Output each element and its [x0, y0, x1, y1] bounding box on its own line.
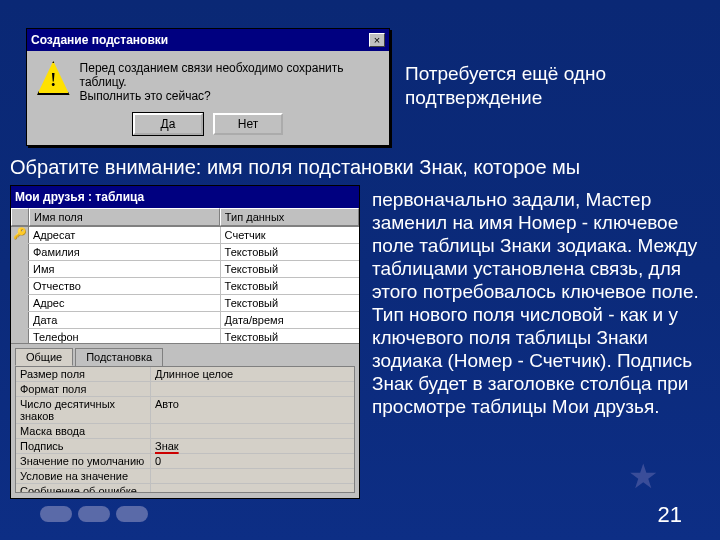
table-row[interactable]: ФамилияТекстовый [11, 244, 359, 261]
row-selector[interactable] [11, 312, 29, 328]
tablewin-title: Мои друзья : таблица [15, 188, 144, 206]
field-type[interactable]: Текстовый [221, 295, 359, 311]
row-selector[interactable] [11, 261, 29, 277]
property-row[interactable]: Размер поляДлинное целое [16, 367, 354, 382]
property-key: Маска ввода [16, 424, 151, 438]
field-type[interactable]: Счетчик [221, 227, 359, 243]
property-value[interactable] [151, 424, 354, 438]
row-selector[interactable] [11, 278, 29, 294]
grid-header: Имя поля Тип данных [11, 208, 359, 227]
dialog-body: Перед созданием связи необходимо сохрани… [27, 51, 389, 107]
field-name[interactable]: Дата [29, 312, 221, 328]
property-value[interactable]: Авто [151, 397, 354, 423]
dialog-message: Перед созданием связи необходимо сохрани… [80, 61, 379, 103]
property-grid: Размер поляДлинное целоеФормат поляЧисло… [15, 366, 355, 493]
dialog-title: Создание подстановки [31, 31, 168, 49]
dialog-message-line1: Перед созданием связи необходимо сохрани… [80, 61, 379, 89]
property-key: Сообщение об ошибке [16, 484, 151, 493]
dialog-titlebar: Создание подстановки × [27, 29, 389, 51]
table-row[interactable]: 🔑АдресатСчетчик [11, 227, 359, 244]
col-name-header: Имя поля [29, 208, 220, 226]
row-selector[interactable] [11, 295, 29, 311]
property-row[interactable]: ПодписьЗнак [16, 439, 354, 454]
property-value[interactable] [151, 469, 354, 483]
property-key: Подпись [16, 439, 151, 453]
table-row[interactable]: ИмяТекстовый [11, 261, 359, 278]
property-key: Значение по умолчанию [16, 454, 151, 468]
warning-icon [37, 61, 70, 95]
property-row[interactable]: Условие на значение [16, 469, 354, 484]
table-row[interactable]: ДатаДата/время [11, 312, 359, 329]
field-name[interactable]: Имя [29, 261, 221, 277]
field-name[interactable]: Адресат [29, 227, 221, 243]
property-row[interactable]: Формат поля [16, 382, 354, 397]
attention-line: Обратите внимание: имя поля подстановки … [10, 155, 708, 179]
property-value[interactable] [151, 382, 354, 396]
row-selector[interactable] [11, 244, 29, 260]
nav-pill[interactable] [40, 506, 72, 522]
property-row[interactable]: Маска ввода [16, 424, 354, 439]
yes-button[interactable]: Да [133, 113, 203, 135]
col-type-header: Тип данных [220, 208, 359, 226]
row-selector-header [11, 208, 29, 226]
explanation-paragraph: первоначально задали, Мастер заменил на … [372, 188, 702, 418]
table-row[interactable]: АдресТекстовый [11, 295, 359, 312]
nav-pill[interactable] [78, 506, 110, 522]
tab-general[interactable]: Общие [15, 348, 73, 366]
property-row[interactable]: Число десятичных знаковАвто [16, 397, 354, 424]
close-icon[interactable]: × [369, 33, 385, 47]
page-number: 21 [658, 504, 682, 526]
field-properties: Общие Подстановка Размер поляДлинное цел… [11, 343, 359, 498]
property-tabs: Общие Подстановка [11, 344, 359, 366]
nav-pill[interactable] [116, 506, 148, 522]
confirm-dialog: Создание подстановки × Перед созданием с… [26, 28, 390, 146]
property-key: Условие на значение [16, 469, 151, 483]
field-name[interactable]: Адрес [29, 295, 221, 311]
row-selector[interactable]: 🔑 [11, 227, 29, 243]
field-type[interactable]: Дата/время [221, 312, 359, 328]
table-design-window: Мои друзья : таблица Имя поля Тип данных… [10, 185, 360, 499]
field-name[interactable]: Фамилия [29, 244, 221, 260]
nav-pills [40, 506, 148, 522]
property-row[interactable]: Значение по умолчанию0 [16, 454, 354, 469]
table-row[interactable]: ОтчествоТекстовый [11, 278, 359, 295]
no-button[interactable]: Нет [213, 113, 283, 135]
dialog-message-line2: Выполнить это сейчас? [80, 89, 379, 103]
property-row[interactable]: Сообщение об ошибке [16, 484, 354, 493]
property-value[interactable]: Длинное целое [151, 367, 354, 381]
property-key: Формат поля [16, 382, 151, 396]
field-name[interactable]: Отчество [29, 278, 221, 294]
property-key: Число десятичных знаков [16, 397, 151, 423]
note-text: Потребуется ещё одно подтверждение [405, 62, 708, 110]
field-type[interactable]: Текстовый [221, 278, 359, 294]
tab-lookup[interactable]: Подстановка [75, 348, 163, 366]
property-key: Размер поля [16, 367, 151, 381]
field-type[interactable]: Текстовый [221, 261, 359, 277]
property-value[interactable]: 0 [151, 454, 354, 468]
property-value[interactable] [151, 484, 354, 493]
tablewin-titlebar: Мои друзья : таблица [11, 186, 359, 208]
property-value[interactable]: Знак [151, 439, 354, 453]
field-type[interactable]: Текстовый [221, 244, 359, 260]
star-icon: ★ [628, 456, 658, 496]
dialog-buttons: Да Нет [27, 107, 389, 145]
